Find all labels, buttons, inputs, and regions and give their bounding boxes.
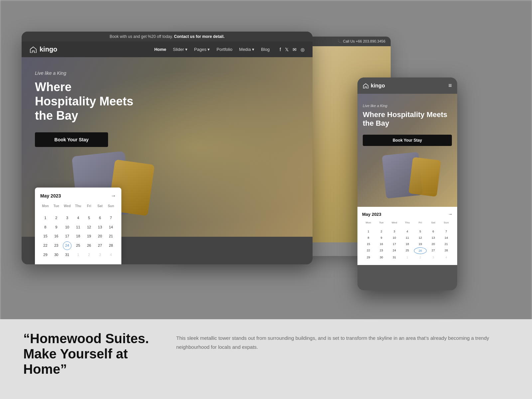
calendar-popup: May 2023 → Mon Tue Wed Thu Fri Sat Sun 1… xyxy=(35,188,121,264)
nav-link-pages[interactable]: Pages ▾ xyxy=(194,47,210,52)
nav-links[interactable]: Home Slider ▾ Pages ▾ Portfolio Media ▾ … xyxy=(154,47,270,52)
m-day-18[interactable]: 18 xyxy=(401,241,414,247)
cal-day-15[interactable]: 15 xyxy=(40,232,51,240)
m-empty xyxy=(401,225,414,228)
m-day-28[interactable]: 28 xyxy=(440,247,453,254)
cal-day-28[interactable]: 28 xyxy=(106,241,116,250)
cal-day-4[interactable]: 4 xyxy=(73,214,83,222)
m-day-8[interactable]: 8 xyxy=(362,235,375,241)
cal-day-24-today[interactable]: 24 xyxy=(63,241,71,250)
m-day-25[interactable]: 25 xyxy=(401,247,414,254)
email-icon[interactable]: ✉ xyxy=(293,47,297,52)
m-day-4[interactable]: 4 xyxy=(401,228,414,234)
nav-link-portfolio[interactable]: Portfolio xyxy=(216,47,232,52)
m-day-15[interactable]: 15 xyxy=(362,241,375,247)
cal-day-17[interactable]: 17 xyxy=(62,232,72,240)
mobile-card: kingo ≡ Live like a King Where Hospitali… xyxy=(357,77,457,290)
cal-day-29[interactable]: 29 xyxy=(40,251,51,259)
cal-day-21[interactable]: 21 xyxy=(106,232,116,240)
logo-text: kingo xyxy=(40,46,57,53)
m-day-19[interactable]: 19 xyxy=(414,241,427,247)
cal-day-20[interactable]: 20 xyxy=(95,232,105,240)
promo-text: Book with us and get %20 off today. xyxy=(110,34,173,39)
m-day-11[interactable]: 11 xyxy=(401,235,414,241)
instagram-icon[interactable]: ◎ xyxy=(301,47,305,52)
cal-day-next-4[interactable]: 4 xyxy=(106,251,116,259)
cal-day-next-1[interactable]: 1 xyxy=(73,251,83,259)
m-day-1[interactable]: 1 xyxy=(362,228,375,234)
mobile-calendar-next[interactable]: → xyxy=(448,211,453,217)
cal-day-23[interactable]: 23 xyxy=(51,241,62,250)
m-next-1[interactable]: 1 xyxy=(401,254,414,260)
cal-day-18[interactable]: 18 xyxy=(73,232,83,240)
twitter-icon[interactable]: 𝕏 xyxy=(285,47,289,52)
m-day-27[interactable]: 27 xyxy=(427,247,440,254)
m-day-2[interactable]: 2 xyxy=(375,228,388,234)
book-your-stay-button[interactable]: Book Your Stay xyxy=(35,132,108,147)
cal-day-22[interactable]: 22 xyxy=(40,241,51,250)
nav-link-home[interactable]: Home xyxy=(154,47,166,52)
m-day-7[interactable]: 7 xyxy=(440,228,453,234)
m-day-16[interactable]: 16 xyxy=(375,241,388,247)
m-day-21[interactable]: 21 xyxy=(440,241,453,247)
nav-link-media[interactable]: Media ▾ xyxy=(239,47,254,52)
m-day-10[interactable]: 10 xyxy=(388,235,401,241)
nav-link-slider[interactable]: Slider ▾ xyxy=(173,47,188,52)
cal-day-25[interactable]: 25 xyxy=(73,241,83,250)
promo-cta: Contact us for more detail. xyxy=(174,34,224,39)
cal-day-12[interactable]: 12 xyxy=(84,223,94,231)
cal-day-14[interactable]: 14 xyxy=(106,223,116,231)
mobile-cal-hdr-sun: Sun xyxy=(440,220,453,225)
mobile-book-stay-button[interactable]: Book Your Stay xyxy=(363,135,452,146)
cal-day-16[interactable]: 16 xyxy=(51,232,62,240)
m-next-4[interactable]: 4 xyxy=(440,254,453,260)
m-day-13[interactable]: 13 xyxy=(427,235,440,241)
m-day-17[interactable]: 17 xyxy=(388,241,401,247)
cal-day-6[interactable]: 6 xyxy=(95,214,105,222)
cal-day-next-3[interactable]: 3 xyxy=(95,251,105,259)
cal-day-empty xyxy=(84,210,94,213)
cal-day-19[interactable]: 19 xyxy=(84,232,94,240)
cal-day-31[interactable]: 31 xyxy=(62,251,72,259)
cal-day-11[interactable]: 11 xyxy=(73,223,83,231)
logo-house-icon xyxy=(30,46,37,53)
m-day-23[interactable]: 23 xyxy=(375,247,388,254)
cal-day-13[interactable]: 13 xyxy=(95,223,105,231)
mobile-hero-subtitle: Live like a King xyxy=(363,104,452,108)
cal-day-next-2[interactable]: 2 xyxy=(84,251,94,259)
cal-day-7[interactable]: 7 xyxy=(106,214,116,222)
m-day-9[interactable]: 9 xyxy=(375,235,388,241)
cal-day-27[interactable]: 27 xyxy=(95,241,105,250)
cal-day-26[interactable]: 26 xyxy=(84,241,94,250)
cal-day-2[interactable]: 2 xyxy=(51,214,62,222)
m-day-20[interactable]: 20 xyxy=(427,241,440,247)
m-day-3[interactable]: 3 xyxy=(388,228,401,234)
cal-day-9[interactable]: 9 xyxy=(51,223,62,231)
m-day-6[interactable]: 6 xyxy=(427,228,440,234)
m-day-22[interactable]: 22 xyxy=(362,247,375,254)
cal-day-1[interactable]: 1 xyxy=(40,214,51,222)
m-next-3[interactable]: 3 xyxy=(427,254,440,260)
cal-day-8[interactable]: 8 xyxy=(40,223,51,231)
m-day-14[interactable]: 14 xyxy=(440,235,453,241)
m-day-5[interactable]: 5 xyxy=(414,228,427,234)
m-day-30[interactable]: 30 xyxy=(375,254,388,260)
m-day-31[interactable]: 31 xyxy=(388,254,401,260)
cal-day-10[interactable]: 10 xyxy=(62,223,72,231)
m-day-26-today[interactable]: 26 xyxy=(414,247,427,254)
m-day-12[interactable]: 12 xyxy=(414,235,427,241)
cal-day-3[interactable]: 3 xyxy=(62,214,72,222)
m-day-24[interactable]: 24 xyxy=(388,247,401,254)
nav-link-blog[interactable]: Blog xyxy=(261,47,270,52)
mobile-hero-title: Where Hospitality Meets the Bay xyxy=(363,110,452,128)
calendar-next-arrow[interactable]: → xyxy=(111,193,116,199)
facebook-icon[interactable]: f xyxy=(280,47,281,52)
m-day-29[interactable]: 29 xyxy=(362,254,375,260)
m-empty xyxy=(388,225,401,228)
hamburger-menu[interactable]: ≡ xyxy=(448,82,452,89)
cal-day-empty xyxy=(40,210,51,213)
m-next-2[interactable]: 2 xyxy=(414,254,427,260)
bg-card-phone: 📞 Call Us +66 203.890.3456 xyxy=(337,39,385,44)
cal-day-5[interactable]: 5 xyxy=(84,214,94,222)
cal-day-30[interactable]: 30 xyxy=(51,251,62,259)
